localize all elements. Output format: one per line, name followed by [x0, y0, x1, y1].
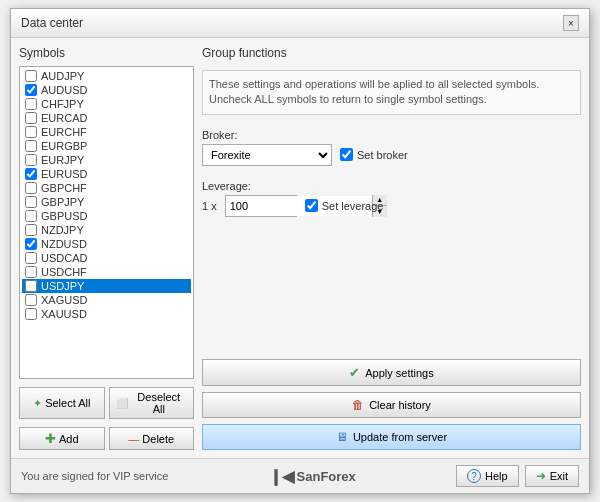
- list-item[interactable]: EURUSD: [22, 167, 191, 181]
- list-item[interactable]: XAUUSD: [22, 307, 191, 321]
- list-item[interactable]: USDCAD: [22, 251, 191, 265]
- deselect-all-button[interactable]: ⬜ Deselect All: [109, 387, 195, 419]
- symbol-checkbox[interactable]: [25, 112, 37, 124]
- symbols-list[interactable]: AUDJPYAUDUSDCHFJPYEURCADEURCHFEURGBPEURJ…: [19, 66, 194, 379]
- clear-history-button[interactable]: 🗑 Clear history: [202, 392, 581, 418]
- symbol-checkbox[interactable]: [25, 210, 37, 222]
- delete-button[interactable]: — Delete: [109, 427, 195, 450]
- brand-text: SanForex: [297, 469, 356, 484]
- symbol-checkbox[interactable]: [25, 294, 37, 306]
- symbols-label: Symbols: [19, 46, 194, 60]
- set-broker-label: Set broker: [357, 149, 408, 161]
- set-leverage-checkbox[interactable]: [305, 199, 318, 212]
- deselect-all-icon: ⬜: [116, 398, 128, 409]
- update-server-label: Update from server: [353, 431, 447, 443]
- symbol-name: USDCHF: [41, 266, 87, 278]
- leverage-prefix: 1 x: [202, 200, 217, 212]
- symbol-checkbox[interactable]: [25, 168, 37, 180]
- broker-dropdown[interactable]: Forexite MetaTrader Custom: [202, 144, 332, 166]
- list-item[interactable]: USDCHF: [22, 265, 191, 279]
- symbol-checkbox[interactable]: [25, 224, 37, 236]
- list-item[interactable]: GBPJPY: [22, 195, 191, 209]
- list-item[interactable]: GBPUSD: [22, 209, 191, 223]
- dialog-body: Symbols AUDJPYAUDUSDCHFJPYEURCADEURCHFEU…: [11, 38, 589, 458]
- symbol-checkbox[interactable]: [25, 126, 37, 138]
- symbol-name: EURCAD: [41, 112, 87, 124]
- close-button[interactable]: ×: [563, 15, 579, 31]
- group-functions-title: Group functions: [202, 46, 581, 60]
- select-deselect-buttons: ✦ Select All ⬜ Deselect All: [19, 387, 194, 419]
- leverage-row: 1 x ▲ ▼ Set leverage: [202, 195, 581, 217]
- update-server-icon: 🖥: [336, 430, 348, 444]
- symbol-name: AUDUSD: [41, 84, 87, 96]
- add-label: Add: [59, 433, 79, 445]
- symbol-checkbox[interactable]: [25, 70, 37, 82]
- list-item[interactable]: EURCAD: [22, 111, 191, 125]
- symbol-checkbox[interactable]: [25, 98, 37, 110]
- apply-settings-button[interactable]: ✔ Apply settings: [202, 359, 581, 386]
- list-item[interactable]: XAGUSD: [22, 293, 191, 307]
- symbol-checkbox[interactable]: [25, 252, 37, 264]
- leverage-container: ▲ ▼: [225, 195, 297, 217]
- broker-group: Broker: Forexite MetaTrader Custom Set b…: [202, 129, 581, 166]
- brand-icon: ❙◀: [269, 467, 294, 486]
- set-broker-checkbox-label[interactable]: Set broker: [340, 148, 408, 161]
- title-bar: Data center ×: [11, 9, 589, 38]
- symbol-name: EURUSD: [41, 168, 87, 180]
- help-icon: ?: [467, 469, 481, 483]
- add-button[interactable]: ✚ Add: [19, 427, 105, 450]
- symbol-checkbox[interactable]: [25, 308, 37, 320]
- help-label: Help: [485, 470, 508, 482]
- add-delete-buttons: ✚ Add — Delete: [19, 427, 194, 450]
- symbol-checkbox[interactable]: [25, 140, 37, 152]
- symbol-checkbox[interactable]: [25, 182, 37, 194]
- left-panel: Symbols AUDJPYAUDUSDCHFJPYEURCADEURCHFEU…: [19, 46, 194, 450]
- select-all-icon: ✦: [33, 397, 42, 410]
- delete-label: Delete: [142, 433, 174, 445]
- footer-right: ? Help ➜ Exit: [456, 465, 579, 487]
- dialog-title: Data center: [21, 16, 83, 30]
- list-item[interactable]: GBPCHF: [22, 181, 191, 195]
- set-leverage-checkbox-label[interactable]: Set leverage: [305, 199, 384, 212]
- exit-label: Exit: [550, 470, 568, 482]
- help-button[interactable]: ? Help: [456, 465, 519, 487]
- broker-row: Forexite MetaTrader Custom Set broker: [202, 144, 581, 166]
- status-text: You are signed for VIP service: [21, 470, 168, 482]
- apply-settings-icon: ✔: [349, 365, 360, 380]
- symbol-name: NZDJPY: [41, 224, 84, 236]
- list-item[interactable]: NZDUSD: [22, 237, 191, 251]
- symbol-name: EURCHF: [41, 126, 87, 138]
- select-all-label: Select All: [45, 397, 90, 409]
- list-item[interactable]: EURCHF: [22, 125, 191, 139]
- symbol-checkbox[interactable]: [25, 238, 37, 250]
- clear-history-icon: 🗑: [352, 398, 364, 412]
- leverage-group: Leverage: 1 x ▲ ▼ Set leverage: [202, 180, 581, 217]
- list-item[interactable]: AUDJPY: [22, 69, 191, 83]
- list-item[interactable]: EURGBP: [22, 139, 191, 153]
- symbol-name: GBPUSD: [41, 210, 87, 222]
- list-item[interactable]: EURJPY: [22, 153, 191, 167]
- symbol-name: EURJPY: [41, 154, 84, 166]
- list-item[interactable]: USDJPY: [22, 279, 191, 293]
- delete-icon: —: [128, 433, 139, 445]
- symbol-name: XAGUSD: [41, 294, 87, 306]
- symbol-checkbox[interactable]: [25, 154, 37, 166]
- symbol-checkbox[interactable]: [25, 280, 37, 292]
- action-buttons: ✔ Apply settings 🗑 Clear history 🖥 Updat…: [202, 359, 581, 450]
- symbol-checkbox[interactable]: [25, 84, 37, 96]
- list-item[interactable]: CHFJPY: [22, 97, 191, 111]
- symbol-name: AUDJPY: [41, 70, 84, 82]
- set-broker-checkbox[interactable]: [340, 148, 353, 161]
- select-all-button[interactable]: ✦ Select All: [19, 387, 105, 419]
- apply-settings-label: Apply settings: [365, 367, 433, 379]
- update-server-button[interactable]: 🖥 Update from server: [202, 424, 581, 450]
- symbol-name: GBPCHF: [41, 182, 87, 194]
- list-item[interactable]: NZDJPY: [22, 223, 191, 237]
- exit-button[interactable]: ➜ Exit: [525, 465, 579, 487]
- symbol-checkbox[interactable]: [25, 196, 37, 208]
- description-text: These settings and operations will be ap…: [202, 70, 581, 115]
- right-panel: Group functions These settings and opera…: [202, 46, 581, 450]
- clear-history-label: Clear history: [369, 399, 431, 411]
- symbol-checkbox[interactable]: [25, 266, 37, 278]
- list-item[interactable]: AUDUSD: [22, 83, 191, 97]
